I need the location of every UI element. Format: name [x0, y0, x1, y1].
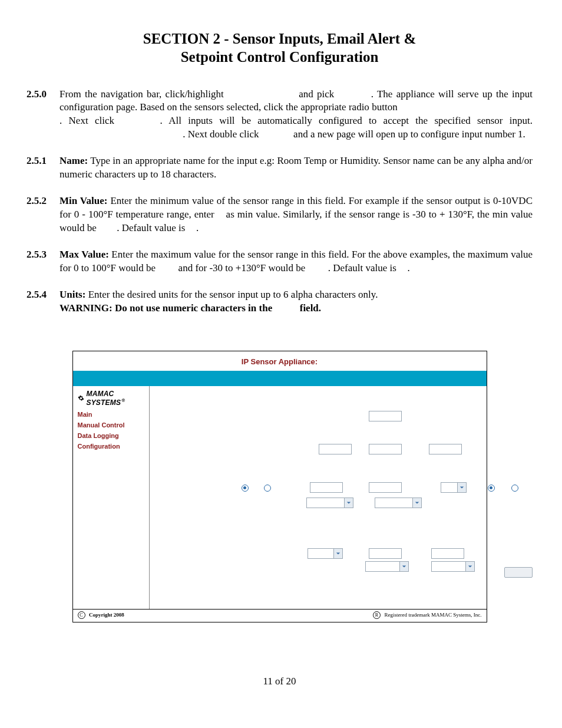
item-2-5-1: 2.5.1 Name: Type in an appropriate name …: [27, 154, 533, 182]
field-label: Min Value:: [59, 195, 107, 206]
item-2-5-2: 2.5.2 Min Value: Enter the minimum value…: [27, 195, 533, 235]
registered-icon: R: [373, 611, 381, 619]
text: and a new page will open up to configure…: [293, 129, 525, 140]
item-number: 2.5.0: [27, 88, 59, 142]
field-label: Units:: [59, 289, 85, 300]
item-2-5-0: 2.5.0 From the navigation bar, click/hig…: [27, 88, 533, 142]
section-title-line-2: Setpoint Control Configuration: [181, 49, 379, 65]
text: .: [196, 222, 199, 233]
text: . Next click: [59, 115, 121, 126]
warning-text: WARNING: Do not use numeric characters i…: [59, 302, 275, 314]
dropdown-4[interactable]: [365, 561, 409, 572]
text: . All inputs will be automatically confi…: [160, 115, 533, 126]
copyright: C Copyright 2008: [78, 611, 124, 619]
text: and for -30 to +130°F would be: [178, 262, 308, 274]
chevron-down-icon: [457, 483, 466, 492]
title-band: [73, 371, 487, 386]
units-dropdown[interactable]: [441, 482, 467, 493]
nav-configuration[interactable]: Configuration: [78, 441, 144, 452]
brand-logo: MAMAC SYSTEMS®: [78, 390, 144, 407]
form-area: [150, 386, 487, 609]
item-body: Name: Type in an appropriate name for th…: [59, 154, 533, 182]
section-title: SECTION 2 - Sensor Inputs, Email Alert &…: [27, 29, 533, 67]
nav-manual-control[interactable]: Manual Control: [78, 420, 144, 430]
brand-registered: ®: [121, 398, 125, 403]
sidebar: MAMAC SYSTEMS® Main Manual Control Data …: [73, 386, 150, 609]
radio-option-b[interactable]: [264, 485, 271, 492]
item-body: Units: Enter the desired units for the s…: [59, 288, 533, 315]
screenshot-footer: C Copyright 2008 R Registered trademark …: [73, 609, 487, 622]
threshold-input-2[interactable]: [431, 548, 464, 559]
setpoint-input-2[interactable]: [369, 482, 402, 493]
radio-option-d[interactable]: [511, 485, 518, 492]
brand-name: MAMAC SYSTEMS: [86, 390, 121, 407]
section-title-line-1: SECTION 2 - Sensor Inputs, Email Alert &: [143, 31, 416, 47]
item-2-5-4: 2.5.4 Units: Enter the desired units for…: [27, 288, 533, 315]
chevron-down-icon: [412, 498, 421, 508]
radio-option-a-selected[interactable]: [242, 485, 249, 492]
text: From the navigation bar, click/highlight: [59, 88, 227, 100]
setpoint-input-1[interactable]: [310, 482, 343, 493]
copyright-text: Copyright 2008: [89, 612, 124, 618]
max-value-input[interactable]: [369, 444, 402, 454]
dropdown-5[interactable]: [431, 561, 475, 572]
text: . Default value is: [117, 222, 187, 233]
item-body: From the navigation bar, click/highlight…: [59, 88, 533, 142]
nav-data-logging[interactable]: Data Logging: [78, 430, 144, 441]
field-label: Name:: [59, 155, 88, 166]
screenshot-title: IP Sensor Appliance:: [73, 351, 487, 371]
page-number: 11 of 20: [27, 676, 533, 687]
dropdown-1[interactable]: [306, 498, 353, 508]
dropdown-3[interactable]: [308, 548, 343, 559]
radio-option-c-selected[interactable]: [488, 485, 495, 492]
screenshot-panel: IP Sensor Appliance: MAMAC SYSTEMS® Main: [72, 351, 487, 622]
text: . Default value is: [328, 262, 399, 274]
brand-text: MAMAC SYSTEMS®: [86, 390, 144, 407]
name-input[interactable]: [369, 411, 402, 421]
chevron-down-icon: [399, 562, 408, 571]
field-label: Max Value:: [59, 249, 109, 260]
gear-icon: [78, 394, 84, 402]
sidebar-nav: Main Manual Control Data Logging Configu…: [78, 409, 144, 452]
chevron-down-icon: [344, 498, 353, 508]
units-input[interactable]: [429, 444, 462, 454]
min-value-input[interactable]: [319, 444, 352, 454]
item-number: 2.5.4: [27, 288, 59, 315]
text: Enter the desired units for the sensor i…: [88, 289, 378, 300]
submit-button[interactable]: [504, 567, 533, 578]
item-number: 2.5.3: [27, 248, 59, 275]
item-body: Min Value: Enter the minimum value of th…: [59, 195, 533, 235]
nav-main[interactable]: Main: [78, 409, 144, 420]
chevron-down-icon: [333, 549, 342, 558]
chevron-down-icon: [465, 562, 474, 571]
trademark: R Registered trademark MAMAC Systems, In…: [373, 611, 481, 619]
text: and pick: [299, 88, 338, 100]
text: .: [407, 262, 409, 274]
threshold-input-1[interactable]: [369, 548, 402, 559]
item-number: 2.5.2: [27, 195, 59, 235]
trademark-text: Registered trademark MAMAC Systems, Inc.: [385, 612, 482, 618]
item-2-5-3: 2.5.3 Max Value: Enter the maximum value…: [27, 248, 533, 275]
text: . Next double click: [183, 129, 262, 140]
dropdown-2[interactable]: [375, 498, 422, 508]
item-number: 2.5.1: [27, 154, 59, 182]
item-body: Max Value: Enter the maximum value for t…: [59, 248, 533, 275]
text: Type in an appropriate name for the inpu…: [59, 155, 533, 180]
warning-text: field.: [300, 302, 321, 314]
copyright-icon: C: [78, 611, 85, 619]
